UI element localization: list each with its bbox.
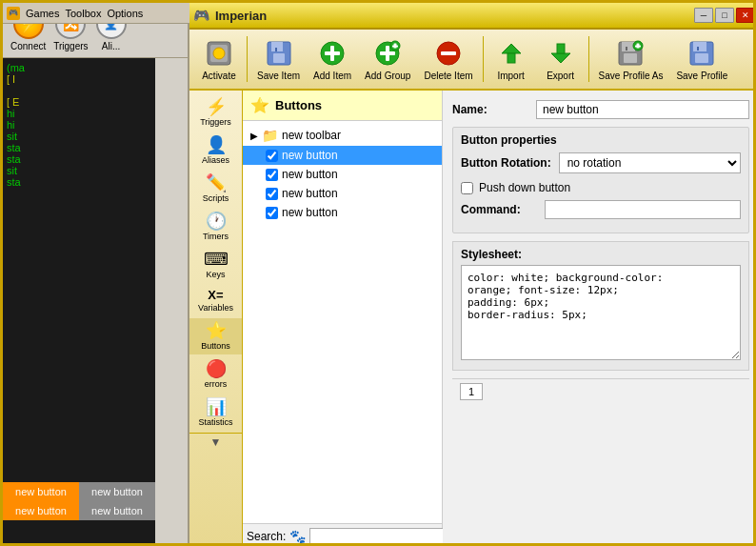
outer-menu-options[interactable]: Options (107, 8, 143, 19)
bottom-bar: 1 (452, 378, 749, 404)
sidebar-item-aliases[interactable]: 👤 Aliases (189, 132, 242, 169)
sidebar-item-buttons[interactable]: ⭐ Buttons (189, 318, 242, 354)
toolbar-divider-3 (588, 36, 589, 82)
search-label: Search: (247, 530, 286, 543)
svg-rect-31 (695, 53, 708, 63)
title-left: 🎮 Imperian (193, 8, 267, 23)
scripts-sidebar-icon: ✏️ (206, 174, 227, 192)
statistics-sidebar-icon: 📊 (206, 398, 227, 415)
statistics-sidebar-label: Statistics (198, 417, 232, 427)
search-input[interactable] (309, 528, 450, 545)
activate-button[interactable]: Activate (195, 36, 243, 83)
outer-menu-toolbox[interactable]: Toolbox (65, 8, 101, 19)
export-button[interactable]: Export (537, 36, 585, 83)
sidebar-item-scripts[interactable]: ✏️ Scripts (189, 171, 242, 207)
delete-item-icon (433, 38, 464, 69)
orange-buttons-container: new button new button new button new but… (3, 482, 155, 520)
command-label: Command: (461, 203, 537, 216)
activate-label: Activate (202, 71, 236, 81)
tree-item-1[interactable]: new button (243, 165, 442, 184)
properties-panel: Name: Button properties Button Rotation:… (443, 91, 756, 546)
push-down-checkbox[interactable] (461, 182, 473, 194)
maximize-button[interactable]: □ (715, 8, 734, 23)
svg-point-2 (213, 48, 225, 59)
sidebar-item-timers[interactable]: 🕐 Timers (189, 209, 242, 245)
svg-rect-25 (626, 47, 627, 51)
tree-item-0-label: new button (282, 149, 338, 162)
svg-rect-5 (273, 53, 285, 63)
rotation-select[interactable]: no rotation 90° 180° 270° (559, 152, 741, 173)
svg-rect-24 (624, 53, 637, 63)
timers-sidebar-label: Timers (203, 232, 229, 241)
tree-item-3[interactable]: new button (243, 203, 442, 222)
svg-rect-32 (697, 47, 699, 51)
gray-button-2[interactable]: new button (79, 501, 155, 520)
tree-item-0-checkbox[interactable] (266, 150, 278, 162)
aliases-sidebar-label: Aliases (202, 155, 229, 165)
keys-sidebar-icon: ⌨ (204, 251, 229, 268)
name-row: Name: (452, 100, 749, 119)
triggers-sidebar-label: Triggers (200, 117, 231, 127)
add-group-icon (372, 38, 403, 69)
tree-item-2-label: new button (282, 187, 338, 200)
variables-sidebar-label: Variables (198, 303, 233, 313)
push-down-label: Push down button (479, 181, 570, 194)
svg-rect-9 (325, 51, 340, 55)
imperian-title: Imperian (215, 9, 267, 23)
gray-button-1[interactable]: new button (79, 482, 155, 501)
sidebar-item-keys[interactable]: ⌨ Keys (189, 247, 242, 283)
main-toolbar: Activate Save Item (189, 30, 756, 91)
svg-rect-6 (275, 48, 277, 51)
save-item-button[interactable]: Save Item (251, 36, 306, 83)
export-label: Export (547, 71, 574, 81)
orange-button-2[interactable]: new button (3, 501, 79, 520)
close-button[interactable]: ✕ (736, 8, 755, 23)
sidebar-item-triggers[interactable]: ⚡ Triggers (189, 94, 242, 131)
triggers-label: Triggers (53, 41, 88, 51)
folder-label: new toolbar (282, 129, 341, 142)
save-profile-as-button[interactable]: Save Profile As (593, 36, 669, 83)
scripts-sidebar-label: Scripts (203, 193, 229, 203)
tree-item-2-checkbox[interactable] (266, 188, 278, 200)
svg-rect-12 (380, 51, 395, 55)
save-item-label: Save Item (257, 71, 300, 81)
main-right-panel: Activate Save Item (189, 30, 756, 546)
variables-sidebar-icon: X= (208, 289, 223, 301)
command-input[interactable] (545, 200, 741, 219)
save-profile-button[interactable]: Save Profile (670, 36, 733, 83)
folder-arrow: ▶ (250, 131, 258, 141)
tree-item-0[interactable]: new button (243, 146, 442, 165)
tree-item-2[interactable]: new button (243, 184, 442, 203)
sidebar-scroll-down[interactable]: ▼ (189, 433, 242, 451)
outer-menu-games[interactable]: Games (26, 8, 59, 19)
folder-icon: 📁 (262, 128, 278, 143)
svg-rect-15 (392, 45, 398, 47)
add-group-button[interactable]: Add Group (359, 36, 416, 83)
import-icon (496, 38, 527, 69)
import-button[interactable]: Import (487, 36, 535, 83)
save-profile-as-icon (615, 38, 646, 69)
add-item-icon (317, 38, 348, 69)
sidebar-item-variables[interactable]: X= Variables (189, 285, 242, 316)
rotation-row: Button Rotation: no rotation 90° 180° 27… (461, 152, 741, 173)
tree-folder[interactable]: ▶ 📁 new toolbar (243, 125, 442, 146)
add-item-button[interactable]: Add Item (308, 36, 357, 83)
tree-item-1-checkbox[interactable] (266, 169, 278, 181)
svg-rect-30 (693, 42, 706, 51)
imperian-icon: 🎮 (193, 8, 209, 23)
tree-item-3-checkbox[interactable] (266, 207, 278, 219)
save-item-icon (264, 38, 294, 69)
content-area: ⚡ Triggers 👤 Aliases ✏️ Scripts 🕐 Timers… (189, 91, 756, 546)
minimize-button[interactable]: ─ (694, 8, 713, 23)
rotation-label: Button Rotation: (461, 156, 551, 170)
delete-item-button[interactable]: Delete Item (418, 36, 478, 83)
name-input[interactable] (536, 100, 749, 119)
orange-button-1[interactable]: new button (3, 482, 79, 501)
add-group-label: Add Group (365, 71, 410, 81)
connect-label: Connect (10, 41, 46, 51)
name-label: Name: (452, 103, 528, 116)
stylesheet-textarea[interactable]: color: white; background-color: orange; … (461, 265, 741, 360)
sidebar-item-errors[interactable]: 🔴 errors (189, 356, 242, 393)
sidebar-item-statistics[interactable]: 📊 Statistics (189, 394, 242, 431)
tree-content: ▶ 📁 new toolbar new button new button (243, 121, 442, 523)
